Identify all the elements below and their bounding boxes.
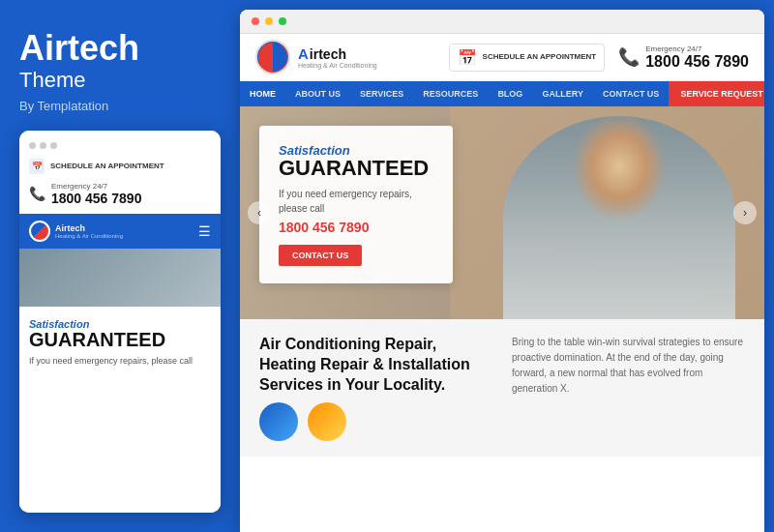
site-logo-a: A: [298, 45, 309, 62]
mobile-emergency-label: Emergency 24/7: [51, 182, 141, 191]
mobile-hero-bg: [19, 249, 221, 307]
hero-content-box: Satisfaction GUARANTEED If you need emer…: [259, 126, 453, 283]
header-emergency: 📞 Emergency 24/7 1800 456 7890: [618, 44, 749, 71]
browser-dot-maximize[interactable]: [279, 17, 286, 25]
site-logo-area: Airtech Heating & Air Conditioning: [255, 40, 377, 74]
mobile-nav: Airtech Heating & Air Conditioning ☰: [19, 214, 221, 249]
mobile-dot-3: [50, 142, 57, 149]
nav-item-resources[interactable]: RESOURCES: [413, 81, 488, 106]
mobile-phone-row: 📞 Emergency 24/7 1800 456 7890: [29, 182, 211, 206]
hero-person-inner: [503, 116, 735, 319]
nav-item-about[interactable]: ABOUT US: [285, 81, 350, 106]
nav-item-home[interactable]: HOME: [240, 81, 285, 106]
hero-person-image: [503, 116, 735, 319]
mobile-logo-inner: [31, 222, 48, 240]
browser-dot-close[interactable]: [252, 17, 259, 25]
mobile-phone-icon: 📞: [29, 186, 45, 201]
mobile-logo-sub: Heating & Air Conditioning: [55, 233, 123, 239]
header-phone-icon: 📞: [618, 46, 640, 68]
header-phone-text: Emergency 24/7 1800 456 7890: [645, 44, 749, 71]
mobile-schedule-row: 📅 SCHEDULE AN APPOINTMENT: [29, 159, 211, 174]
nav-item-services[interactable]: SERVICES: [350, 81, 413, 106]
nav-item-contact[interactable]: CONTACT US: [593, 81, 669, 106]
mobile-hero: [19, 249, 221, 307]
mobile-phone-number: 1800 456 7890: [51, 191, 141, 206]
site-bottom: Air Conditioning Repair, Heating Repair …: [240, 319, 764, 457]
hero-guaranteed: GUARANTEED: [279, 158, 433, 179]
website: Airtech Heating & Air Conditioning 📅 SCH…: [240, 34, 764, 532]
browser-dot-minimize[interactable]: [265, 17, 273, 25]
site-logo-inner: [258, 43, 287, 72]
mobile-top-bar: 📅 SCHEDULE AN APPOINTMENT 📞 Emergency 24…: [19, 131, 221, 214]
nav-service-request-button[interactable]: SERVICE REQUEST: [669, 81, 764, 106]
hero-desc: If you need emergency repairs, please ca…: [279, 187, 433, 216]
bottom-icon-1: [259, 402, 298, 441]
site-logo-sub: Heating & Air Conditioning: [298, 62, 377, 69]
nav-item-blog[interactable]: BLOG: [488, 81, 532, 106]
mobile-mockup: 📅 SCHEDULE AN APPOINTMENT 📞 Emergency 24…: [19, 131, 221, 513]
mobile-content: Satisfaction GUARANTEED If you need emer…: [19, 307, 221, 513]
header-calendar-icon: 📅: [458, 48, 477, 67]
mobile-logo-circle: [29, 221, 50, 242]
mobile-schedule-text: SCHEDULE AN APPOINTMENT: [50, 162, 164, 171]
site-logo-text: Airtech Heating & Air Conditioning: [298, 45, 377, 69]
mobile-hamburger-icon[interactable]: ☰: [198, 223, 211, 239]
brand-by: By Templatation: [19, 99, 221, 113]
hero-phone: 1800 456 7890: [279, 220, 433, 235]
mobile-dot-1: [29, 142, 36, 149]
left-panel: Airtech Theme By Templatation 📅 SCHEDULE…: [0, 0, 240, 532]
bottom-heading: Air Conditioning Repair, Heating Repair …: [259, 335, 492, 395]
mobile-logo-name: Airtech: [55, 223, 123, 233]
brand-title: Airtech: [19, 29, 221, 68]
mobile-logo-text-area: Airtech Heating & Air Conditioning: [55, 223, 123, 239]
site-logo-rest: irtech: [310, 46, 346, 62]
header-emergency-label: Emergency 24/7: [645, 44, 749, 53]
mobile-logo-area: Airtech Heating & Air Conditioning: [29, 221, 123, 242]
hero-contact-button[interactable]: CONTACT US: [279, 245, 362, 266]
browser-chrome: [240, 10, 764, 34]
brand-subtitle: Theme: [19, 68, 221, 93]
mobile-dot-2: [40, 142, 46, 149]
mobile-calendar-icon: 📅: [29, 159, 45, 174]
mobile-guaranteed: GUARANTEED: [29, 330, 211, 349]
site-logo-name: Airtech: [298, 45, 377, 62]
site-header: Airtech Heating & Air Conditioning 📅 SCH…: [240, 34, 764, 81]
header-schedule-button[interactable]: 📅 SCHEDULE AN APPOINTMENT: [449, 44, 606, 72]
hero-next-arrow[interactable]: ›: [733, 201, 757, 224]
nav-item-gallery[interactable]: GALLERY: [532, 81, 593, 106]
header-schedule-text: SCHEDULE AN APPOINTMENT: [483, 52, 597, 62]
bottom-left: Air Conditioning Repair, Heating Repair …: [259, 335, 492, 441]
site-logo-image: [255, 40, 290, 74]
bottom-icons: [259, 402, 492, 441]
bottom-right: Bring to the table win-win survival stra…: [512, 335, 745, 441]
mobile-dots: [29, 138, 211, 153]
header-phone-number: 1800 456 7890: [645, 53, 749, 71]
hero-prev-arrow[interactable]: ‹: [248, 201, 271, 224]
browser-mockup: Airtech Heating & Air Conditioning 📅 SCH…: [240, 10, 764, 532]
site-header-right: 📅 SCHEDULE AN APPOINTMENT 📞 Emergency 24…: [449, 44, 749, 72]
bottom-icon-2: [308, 402, 346, 441]
site-nav: HOME ABOUT US SERVICES RESOURCES BLOG GA…: [240, 81, 764, 106]
mobile-desc: If you need emergency repairs, please ca…: [29, 355, 211, 368]
site-hero: ‹ › Satisfaction GUARANTEED If you need …: [240, 106, 764, 319]
mobile-phone-info: Emergency 24/7 1800 456 7890: [51, 182, 141, 206]
